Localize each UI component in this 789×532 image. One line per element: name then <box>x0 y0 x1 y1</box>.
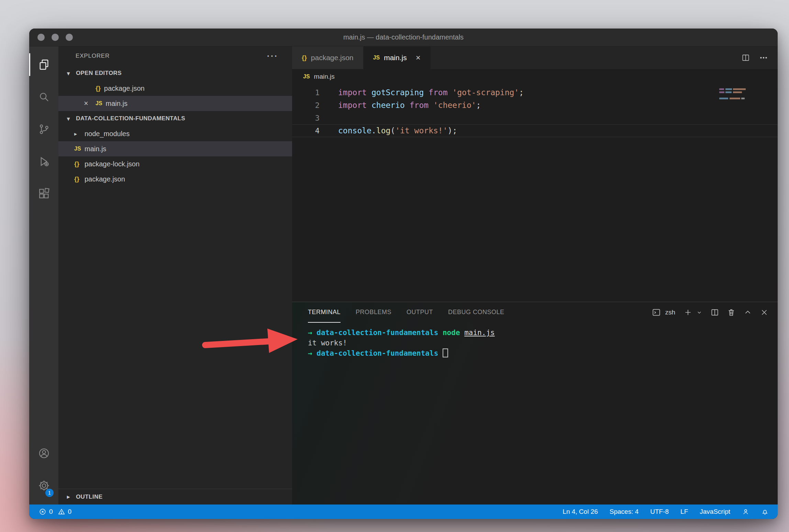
cursor-position[interactable]: Ln 4, Col 26 <box>563 508 598 516</box>
terminal-line: → data-collection-fundamentals <box>308 348 778 358</box>
source-control-icon[interactable] <box>29 113 58 145</box>
code-line[interactable]: 3 <box>292 112 778 124</box>
language-mode[interactable]: JavaScript <box>700 508 730 516</box>
outline-section-header[interactable]: ▸ OUTLINE <box>58 489 292 505</box>
close-icon[interactable]: × <box>84 99 96 108</box>
tree-item-label: node_modules <box>85 130 130 138</box>
sidebar-more-actions-icon[interactable]: ··· <box>267 51 278 61</box>
chevron-right-icon: ▸ <box>74 131 77 137</box>
code-line[interactable]: 2import cheerio from 'cheerio'; <box>292 99 778 112</box>
chevron-right-icon: ▸ <box>67 494 76 500</box>
window-title: main.js — data-collection-fundamentals <box>29 33 778 41</box>
json-icon: {} <box>74 160 79 168</box>
tree-item-label: package.json <box>85 175 125 183</box>
kill-terminal-icon[interactable] <box>727 308 736 317</box>
code-text: import gotScraping from 'got-scraping'; <box>320 86 524 99</box>
new-terminal-icon[interactable] <box>684 308 692 317</box>
close-panel-icon[interactable] <box>760 308 769 317</box>
tab-label: package.json <box>311 54 354 62</box>
json-icon: {} <box>74 175 79 183</box>
split-editor-icon[interactable] <box>741 53 750 62</box>
js-icon: JS <box>373 55 380 61</box>
json-icon: {} <box>302 54 307 62</box>
tab-terminal[interactable]: TERMINAL <box>308 302 341 323</box>
warning-icon <box>58 508 65 516</box>
editor-more-actions-icon[interactable] <box>759 53 768 62</box>
code-lines: 1import gotScraping from 'got-scraping';… <box>292 86 778 137</box>
split-terminal-icon[interactable] <box>710 308 719 317</box>
indentation-setting[interactable]: Spaces: 4 <box>610 508 639 516</box>
vscode-window: main.js — data-collection-fundamentals <box>29 29 778 519</box>
error-icon <box>39 508 46 516</box>
open-editors-header[interactable]: ▾ OPEN EDITORS <box>58 66 292 81</box>
search-icon[interactable] <box>29 81 58 113</box>
tree-item-label: main.js <box>85 145 106 153</box>
tab-main-js[interactable]: JS main.js × <box>364 46 431 69</box>
shell-label[interactable]: zsh <box>665 309 675 316</box>
notifications-bell-icon[interactable] <box>761 508 769 516</box>
terminal-dropdown-icon[interactable] <box>696 309 703 316</box>
zoom-window-button[interactable] <box>66 34 73 41</box>
sidebar-empty-space <box>58 187 292 489</box>
workspace-folder-label: DATA-COLLECTION-FUNDAMENTALS <box>76 115 185 122</box>
section-label: OPEN EDITORS <box>76 70 122 77</box>
tree-item-node-modules[interactable]: ▸ node_modules <box>58 126 292 141</box>
terminal-content[interactable]: → data-collection-fundamentals node main… <box>292 323 778 505</box>
run-debug-icon[interactable] <box>29 145 58 178</box>
code-line[interactable]: 4console.log('it works!'); <box>292 124 778 137</box>
editor-area: {} package.json JS main.js × JS main.js <box>292 46 778 505</box>
chevron-down-icon: ▾ <box>67 70 76 77</box>
tab-problems[interactable]: PROBLEMS <box>356 302 391 323</box>
open-editor-item-package-json[interactable]: {} package.json <box>58 81 292 96</box>
eol-setting[interactable]: LF <box>680 508 688 516</box>
settings-badge: 1 <box>45 489 54 497</box>
extensions-icon[interactable] <box>29 178 58 210</box>
maximize-panel-icon[interactable] <box>743 308 752 317</box>
tab-output[interactable]: OUTPUT <box>407 302 433 323</box>
explorer-icon[interactable] <box>29 48 58 81</box>
titlebar[interactable]: main.js — data-collection-fundamentals <box>29 29 778 46</box>
editor-tab-bar: {} package.json JS main.js × <box>292 46 778 69</box>
traffic-lights <box>29 34 73 41</box>
feedback-icon[interactable] <box>742 508 749 516</box>
encoding-setting[interactable]: UTF-8 <box>650 508 669 516</box>
minimize-window-button[interactable] <box>52 34 59 41</box>
open-editor-item-main-js[interactable]: × JS main.js <box>58 96 292 111</box>
tree-item-package-lock-json[interactable]: {} package-lock.json <box>58 156 292 171</box>
tree-item-package-json[interactable]: {} package.json <box>58 171 292 187</box>
bottom-panel: TERMINAL PROBLEMS OUTPUT DEBUG CONSOLE z… <box>292 302 778 505</box>
workspace-folder-header[interactable]: ▾ DATA-COLLECTION-FUNDAMENTALS <box>58 111 292 126</box>
status-bar: 0 0 Ln 4, Col 26 Spaces: 4 UTF-8 LF Java… <box>29 505 778 519</box>
panel-header: TERMINAL PROBLEMS OUTPUT DEBUG CONSOLE z… <box>292 302 778 323</box>
minimap[interactable] <box>719 88 754 101</box>
tree-item-label: package-lock.json <box>85 160 140 168</box>
chevron-down-icon: ▾ <box>67 115 76 122</box>
code-editor[interactable]: 1import gotScraping from 'got-scraping';… <box>292 84 778 302</box>
problems-status[interactable]: 0 0 <box>39 508 71 516</box>
terminal-shell-icon[interactable] <box>652 308 661 317</box>
terminal-line: → data-collection-fundamentals node main… <box>308 328 778 338</box>
activity-bar: 1 <box>29 46 58 505</box>
error-count: 0 <box>49 508 53 516</box>
js-icon: JS <box>74 146 81 152</box>
code-text: console.log('it works!'); <box>320 124 457 137</box>
warning-count: 0 <box>68 508 72 516</box>
js-icon: JS <box>303 74 310 80</box>
code-line[interactable]: 1import gotScraping from 'got-scraping'; <box>292 86 778 99</box>
js-icon: JS <box>96 100 102 107</box>
tab-debug-console[interactable]: DEBUG CONSOLE <box>448 302 504 323</box>
tabbar-empty <box>431 46 741 69</box>
line-number: 4 <box>292 124 320 137</box>
line-number: 1 <box>292 86 320 99</box>
breadcrumb-file: main.js <box>314 73 335 80</box>
open-editor-label: main.js <box>106 100 127 108</box>
breadcrumb[interactable]: JS main.js <box>292 69 778 84</box>
tab-package-json[interactable]: {} package.json <box>292 46 364 69</box>
line-number: 3 <box>292 112 320 124</box>
settings-gear-icon[interactable]: 1 <box>29 469 58 502</box>
close-window-button[interactable] <box>37 34 45 41</box>
close-icon[interactable]: × <box>416 53 421 63</box>
account-icon[interactable] <box>29 437 58 469</box>
tree-item-main-js[interactable]: JS main.js <box>58 141 292 156</box>
minimap-line <box>719 98 745 99</box>
